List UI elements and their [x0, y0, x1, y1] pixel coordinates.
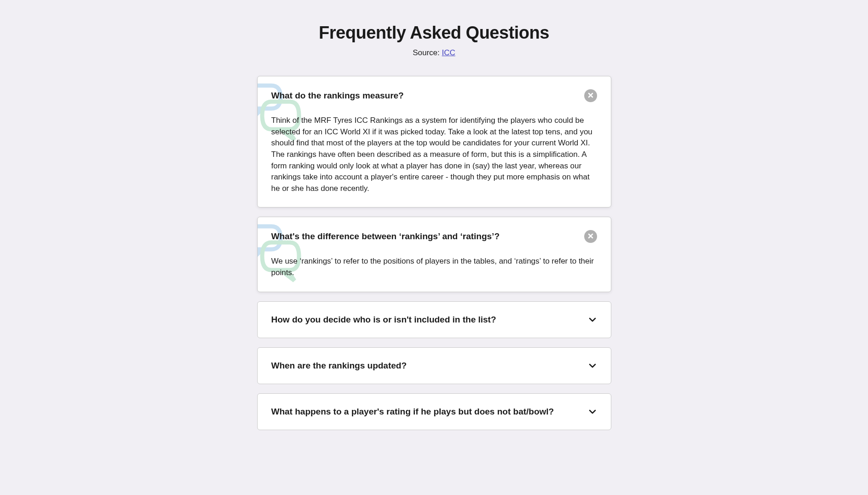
- faq-question: What do the rankings measure?: [271, 91, 584, 101]
- faq-item: What do the rankings measure? Think of t…: [257, 76, 611, 207]
- faq-answer: We use ‘rankings’ to refer to the positi…: [258, 256, 611, 291]
- expand-button[interactable]: [588, 315, 597, 324]
- source-line: Source: ICC: [257, 48, 611, 58]
- source-prefix: Source:: [413, 48, 442, 57]
- close-icon: [588, 232, 593, 241]
- faq-header[interactable]: What do the rankings measure?: [258, 76, 611, 115]
- chevron-down-icon: [589, 362, 596, 370]
- faq-header[interactable]: How do you decide who is or isn't includ…: [258, 302, 611, 338]
- faq-question: How do you decide who is or isn't includ…: [271, 315, 588, 325]
- close-icon: [588, 92, 593, 100]
- close-button[interactable]: [584, 230, 597, 243]
- page-title: Frequently Asked Questions: [257, 23, 611, 43]
- source-link[interactable]: ICC: [442, 48, 455, 57]
- faq-question: When are the rankings updated?: [271, 361, 588, 371]
- faq-item: How do you decide who is or isn't includ…: [257, 301, 611, 338]
- chevron-down-icon: [589, 316, 596, 324]
- expand-button[interactable]: [588, 361, 597, 370]
- faq-header[interactable]: When are the rankings updated?: [258, 348, 611, 384]
- faq-item: When are the rankings updated?: [257, 347, 611, 384]
- chevron-down-icon: [589, 408, 596, 416]
- faq-header[interactable]: What happens to a player's rating if he …: [258, 394, 611, 430]
- expand-button[interactable]: [588, 407, 597, 416]
- faq-list: What do the rankings measure? Think of t…: [257, 76, 611, 430]
- close-button[interactable]: [584, 89, 597, 102]
- faq-question: What happens to a player's rating if he …: [271, 407, 588, 417]
- faq-answer: Think of the MRF Tyres ICC Rankings as a…: [258, 115, 611, 207]
- faq-question: What's the difference between ‘rankings’…: [271, 231, 584, 242]
- faq-item: What happens to a player's rating if he …: [257, 393, 611, 430]
- faq-header[interactable]: What's the difference between ‘rankings’…: [258, 217, 611, 256]
- faq-item: What's the difference between ‘rankings’…: [257, 217, 611, 292]
